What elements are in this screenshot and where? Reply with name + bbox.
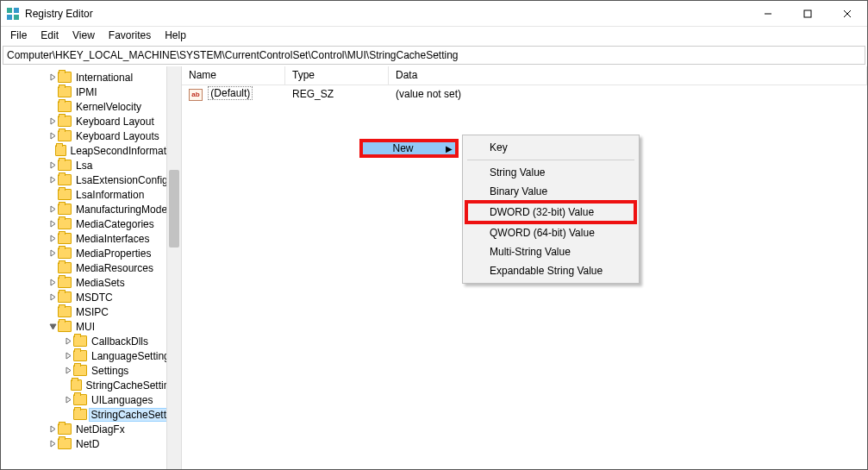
folder-icon (58, 423, 72, 435)
folder-icon (73, 394, 87, 405)
tree-scrollbar[interactable] (166, 66, 181, 469)
svg-rect-2 (7, 15, 12, 20)
menu-view[interactable]: View (66, 28, 101, 43)
tree-item-label: LanguageSettings (90, 350, 177, 362)
tree-item-label: MediaInterfaces (74, 233, 151, 245)
close-button[interactable] (827, 1, 867, 26)
tree-item-label: NetDiagFx (74, 423, 127, 436)
tree-item[interactable]: MediaResources (1, 260, 182, 275)
content-area: InternationalIPMIKernelVelocityKeyboard … (1, 66, 867, 469)
value-row[interactable]: ab (Default) REG_SZ (value not set) (182, 85, 867, 103)
tree-item[interactable]: Keyboard Layout (1, 114, 182, 128)
tree-item[interactable]: International (1, 70, 182, 85)
folder-icon (58, 116, 72, 127)
expand-icon[interactable] (47, 73, 58, 81)
tree-item-label: LsaExtensionConfig (74, 174, 170, 186)
tree-pane: InternationalIPMIKernelVelocityKeyboard … (1, 66, 182, 469)
tree-item[interactable]: UILanguages (1, 392, 182, 407)
expand-icon[interactable] (47, 293, 58, 301)
tree-item[interactable]: LanguageSettings (1, 348, 182, 363)
tree-item[interactable]: MSIPC (1, 304, 182, 319)
expand-icon[interactable] (63, 396, 73, 404)
tree-item-label: MUI (74, 321, 97, 333)
tree-item[interactable]: KernelVelocity (1, 99, 182, 114)
expand-icon[interactable] (47, 249, 58, 257)
context-new-label: New (363, 142, 443, 154)
tree-item[interactable]: StringCacheSetting (1, 407, 182, 422)
folder-icon (71, 379, 82, 391)
scrollbar-thumb[interactable] (169, 170, 179, 248)
expand-icon[interactable] (47, 440, 58, 448)
tree-item[interactable]: MediaSets (1, 275, 182, 290)
collapse-icon[interactable] (47, 323, 58, 330)
context-menu-item[interactable]: QWORD (64-bit) Value (465, 223, 636, 242)
expand-icon[interactable] (47, 161, 58, 169)
expand-icon[interactable] (47, 425, 58, 433)
svg-rect-0 (7, 8, 12, 13)
expand-icon[interactable] (47, 279, 58, 286)
menu-favorites[interactable]: Favorites (103, 28, 157, 43)
context-menu-item[interactable]: DWORD (32-bit) Value (465, 200, 637, 224)
tree-item[interactable]: Keyboard Layouts (1, 128, 182, 143)
context-menu-item[interactable]: Expandable String Value (465, 261, 636, 280)
expand-icon[interactable] (63, 367, 73, 374)
maximize-button[interactable] (788, 1, 827, 26)
expand-icon[interactable] (47, 132, 58, 140)
tree-item-label: MediaSets (74, 277, 127, 289)
address-bar[interactable]: Computer\HKEY_LOCAL_MACHINE\SYSTEM\Curre… (3, 46, 865, 65)
folder-icon (58, 438, 72, 449)
col-type[interactable]: Type (285, 66, 389, 85)
expand-icon[interactable] (47, 176, 58, 184)
tree-item-label: IPMI (74, 86, 99, 98)
context-menu-item[interactable]: Multi-String Value (465, 242, 636, 261)
tree-item[interactable]: NetDiagFx (1, 422, 182, 436)
expand-icon[interactable] (47, 220, 58, 228)
expand-icon[interactable] (47, 117, 58, 125)
tree-item[interactable]: NetD (1, 436, 182, 451)
tree-item-label: MediaCategories (74, 218, 156, 230)
minimize-button[interactable] (748, 1, 788, 26)
expand-icon[interactable] (63, 352, 73, 360)
menu-file[interactable]: File (4, 28, 33, 43)
folder-icon (58, 130, 72, 141)
tree-item[interactable]: Lsa (1, 158, 182, 172)
tree-item[interactable]: IPMI (1, 85, 182, 99)
menu-help[interactable]: Help (159, 28, 192, 43)
tree[interactable]: InternationalIPMIKernelVelocityKeyboard … (1, 70, 182, 451)
tree-item-label: Settings (90, 365, 130, 377)
tree-item[interactable]: StringCacheSettings (1, 378, 182, 392)
tree-item[interactable]: CallbackDlls (1, 334, 182, 348)
menu-edit[interactable]: Edit (34, 28, 65, 43)
list-header: Name Type Data (182, 66, 867, 85)
tree-item[interactable]: ManufacturingMode (1, 202, 182, 216)
folder-icon (58, 204, 72, 215)
tree-item-label: LeapSecondInformation (69, 145, 182, 157)
col-data[interactable]: Data (389, 66, 867, 85)
context-menu-item[interactable]: Key (465, 138, 636, 157)
tree-item[interactable]: LsaInformation (1, 187, 182, 202)
folder-icon (73, 335, 87, 347)
col-name[interactable]: Name (182, 66, 285, 85)
svg-rect-5 (804, 10, 811, 17)
folder-icon (73, 365, 87, 376)
tree-item[interactable]: MediaCategories (1, 216, 182, 231)
expand-icon[interactable] (47, 235, 58, 242)
context-menu-new[interactable]: New ▶ (359, 139, 459, 158)
tree-item[interactable]: MSDTC (1, 290, 182, 304)
expand-icon[interactable] (47, 205, 58, 213)
context-menu-item[interactable]: String Value (465, 163, 636, 182)
tree-item[interactable]: MediaProperties (1, 246, 182, 260)
tree-item[interactable]: MediaInterfaces (1, 231, 182, 246)
tree-item[interactable]: Settings (1, 363, 182, 378)
expand-icon[interactable] (63, 337, 73, 345)
folder-icon (58, 262, 72, 273)
window-title: Registry Editor (25, 8, 748, 20)
tree-item[interactable]: MUI (1, 319, 182, 334)
tree-item-label: Keyboard Layouts (74, 130, 161, 142)
folder-icon (58, 291, 72, 303)
value-name-cell: ab (Default) (182, 87, 285, 101)
context-menu-item[interactable]: Binary Value (465, 182, 636, 201)
tree-item[interactable]: LsaExtensionConfig (1, 172, 182, 187)
folder-icon (58, 306, 72, 317)
tree-item[interactable]: LeapSecondInformation (1, 143, 182, 158)
